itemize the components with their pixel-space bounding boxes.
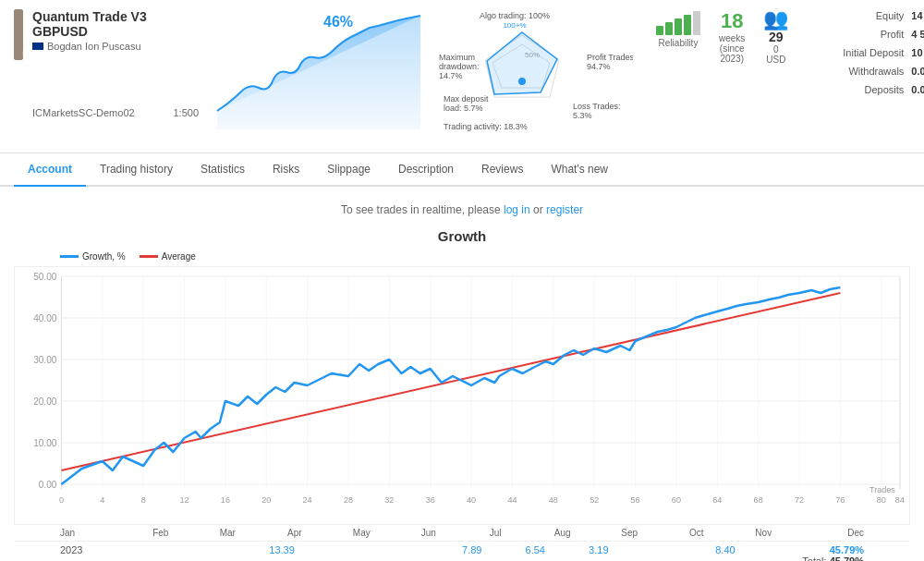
svg-text:load: 5.7%: load: 5.7% [444,104,483,113]
legend-growth: Growth, % [60,251,126,262]
month-may: May [328,528,395,538]
equity-value: 14 579.15 USD [911,10,924,21]
month-feb: Feb [128,528,195,538]
svg-text:64: 64 [712,495,722,505]
realtime-text-before: To see trades in realtime, please [341,203,501,216]
profile-section: Quantum Trade V3 GBPUSD Bogdan Ion Pusca… [14,9,199,118]
profile-info: Quantum Trade V3 GBPUSD Bogdan Ion Pusca… [32,9,199,118]
weeks-label: weeks (since 2023) [719,33,745,64]
month-jan: Jan [60,528,128,538]
tab-trading-history[interactable]: Trading history [86,153,187,187]
svg-text:Trades: Trades [869,485,895,494]
stats-panel: Equity 14 579.15 USD Profit 4 579.15 USD… [802,9,924,102]
stat-nov: 8.40 [694,544,758,555]
initial-value: 10 000.00 USD [911,47,924,58]
svg-text:100+%: 100+% [503,21,526,30]
svg-text:40: 40 [467,495,476,505]
svg-text:8: 8 [141,495,146,505]
svg-text:56: 56 [631,495,640,505]
svg-text:0: 0 [59,495,64,505]
svg-text:36: 36 [426,495,435,505]
total-label: Total: [802,555,826,561]
growth-chart-container: 50.00 40.00 30.00 20.00 10.00 0.00 [14,266,910,525]
svg-text:84: 84 [895,495,905,505]
tab-reviews[interactable]: Reviews [468,153,537,187]
growth-title: Growth [14,228,910,244]
rel-bar-2 [665,22,673,35]
svg-text:20: 20 [261,495,271,505]
svg-text:60: 60 [672,495,681,505]
month-mar: Mar [194,528,261,538]
month-dec: Dec [797,528,865,538]
profile-sub: Bogdan Ion Puscasu [32,41,199,52]
growth-section: Growth Growth, % Average [14,228,910,561]
tab-account[interactable]: Account [14,153,86,187]
svg-text:24: 24 [303,495,312,505]
svg-text:10.00: 10.00 [33,438,57,448]
svg-text:12: 12 [179,495,188,505]
reliability-label: Reliability [656,38,700,48]
month-aug: Aug [529,528,597,538]
leverage: 1:500 [173,107,199,118]
weeks-block: 18 weeks (since 2023) [719,9,745,64]
equity-label: Equity [802,10,904,21]
register-link[interactable]: register [546,203,583,216]
month-apr: Apr [261,528,329,538]
legend-growth-line [60,255,79,258]
svg-text:5.3%: 5.3% [573,111,592,120]
login-link[interactable]: log in [504,203,530,216]
month-jun: Jun [395,528,463,538]
profit-value: 4 579.15 USD [911,29,924,40]
people-value: 0 USD [763,44,788,65]
tab-risks[interactable]: Risks [259,153,313,187]
svg-text:Trading activity: 18.3%: Trading activity: 18.3% [444,122,528,131]
svg-text:drawdown:: drawdown: [439,62,480,71]
mini-line-chart [213,9,425,129]
equity-row: Equity 14 579.15 USD [802,9,924,22]
svg-text:4: 4 [100,495,104,505]
tab-description[interactable]: Description [384,153,468,187]
stat-jul: 7.89 [440,544,504,555]
tab-statistics[interactable]: Statistics [187,153,259,187]
deposits-value: 0.00 USD [911,84,924,95]
svg-text:30.00: 30.00 [33,355,57,365]
people-block: 👥 29 0 USD [763,9,788,65]
avatar [14,9,23,60]
radar-chart-area: Algo trading: 100% 100+% Profit Trades: … [439,9,633,143]
svg-rect-3 [14,9,23,60]
svg-text:Maximum: Maximum [439,53,475,62]
svg-text:20.00: 20.00 [33,396,57,407]
stat-jan: 13.39 [250,544,314,555]
profit-row: Profit 4 579.15 USD [802,28,924,41]
tab-whats-new[interactable]: What's new [537,153,622,187]
mini-chart-area: 46% [213,9,425,139]
growth-percent: 46% [323,14,353,30]
svg-text:Profit Trades:: Profit Trades: [587,53,633,62]
withdrawals-label: Withdrawals [802,66,904,77]
svg-text:76: 76 [835,495,845,505]
ytd-stats-row: 2023 13.39 7.89 6.54 3.19 8.40 45.79% [14,541,910,555]
tab-slippage[interactable]: Slippage [313,153,384,187]
svg-text:94.7%: 94.7% [587,62,611,71]
svg-text:80: 80 [877,495,886,505]
tabs: Account Trading history Statistics Risks… [0,153,924,187]
month-sep: Sep [596,528,663,538]
year-label: 2023 [60,544,82,555]
rel-bar-5 [693,11,700,35]
svg-point-20 [518,78,526,85]
author-name: Bogdan Ion Puscasu [47,41,141,52]
month-labels-row: Jan Feb Mar Apr May Jun Jul Aug Sep Oct … [14,525,910,538]
svg-text:68: 68 [754,495,763,505]
withdrawals-row: Withdrawals 0.00 USD [802,65,924,78]
withdrawals-value: 0.00 USD [911,66,924,77]
svg-text:32: 32 [384,495,394,505]
reliability-block: Reliability [656,9,700,48]
legend-average: Average [140,251,196,262]
people-count: 29 [763,30,788,44]
svg-text:16: 16 [221,495,230,505]
month-jul: Jul [462,528,529,538]
total-row: Total: 45.79% [14,555,910,561]
realtime-text-middle: or [533,203,546,216]
realtime-notice: To see trades in realtime, please log in… [14,196,910,224]
svg-text:50.00: 50.00 [33,272,57,282]
